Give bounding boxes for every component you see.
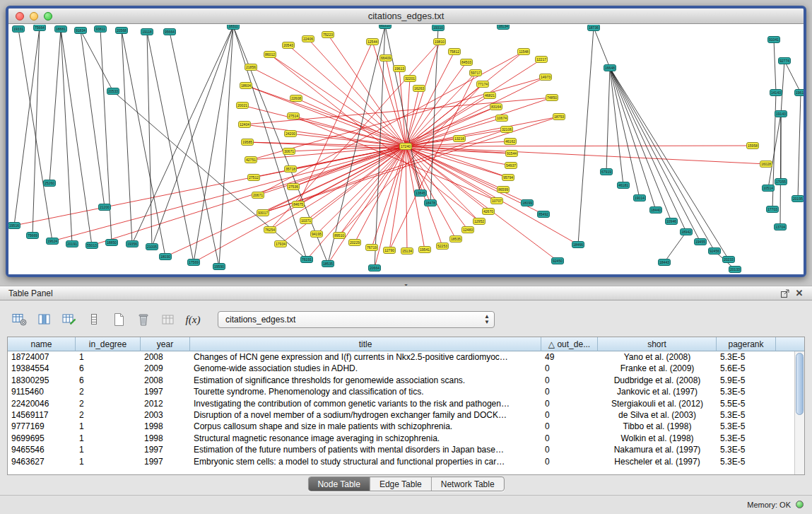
graph-node[interactable]: 19610 (794, 89, 804, 96)
scrollbar-thumb[interactable] (796, 353, 804, 415)
cell-short[interactable]: Tibbo et al. (1998) (598, 421, 717, 432)
table-selector-dropdown[interactable]: citations_edges.txt ▲▼ (218, 311, 495, 328)
cell-in_degree[interactable]: 1 (76, 421, 141, 432)
create-column-icon[interactable] (59, 310, 79, 329)
column-header-pagerank[interactable]: pagerank (717, 337, 776, 351)
cell-name[interactable]: 14569117 (8, 409, 76, 421)
graph-node[interactable]: 19014 (633, 194, 646, 201)
window-titlebar[interactable]: citations_edges.txt (8, 8, 804, 24)
cell-title[interactable]: Disruption of a novel member of a sodium… (190, 409, 541, 421)
graph-node[interactable]: 25260 (43, 180, 56, 187)
graph-node[interactable]: 18099 (521, 199, 534, 206)
cell-name[interactable]: 22420046 (8, 398, 76, 409)
graph-node[interactable]: 10946 (665, 218, 678, 225)
cell-pagerank[interactable]: 5.3E-5 (717, 456, 776, 467)
cell-in_degree[interactable]: 2 (76, 409, 141, 421)
graph-node[interactable]: 17240 (399, 143, 412, 150)
cell-year[interactable]: 1998 (141, 433, 190, 444)
graph-node[interactable]: 13704 (774, 223, 787, 230)
float-panel-icon[interactable] (778, 287, 792, 300)
cell-in_degree[interactable]: 1 (76, 433, 141, 444)
graph-node[interactable]: 93017 (257, 209, 269, 216)
graph-node[interactable]: 76254 (264, 226, 276, 233)
table-mode-icon[interactable] (10, 310, 30, 329)
graph-node[interactable]: 12404 (238, 121, 251, 128)
graph-node[interactable]: 84503 (460, 59, 473, 66)
graph-node[interactable]: 17703 (766, 206, 779, 213)
graph-node[interactable]: 12544 (366, 38, 379, 45)
cell-title[interactable]: Corpus callosum shape and size in male p… (190, 421, 541, 432)
graph-node[interactable]: 20533 (107, 88, 119, 95)
graph-node[interactable]: 32106 (500, 126, 513, 133)
graph-node[interactable]: 21005 (146, 243, 158, 250)
graph-node[interactable]: 17569 (187, 259, 200, 266)
graph-node[interactable]: 91041 (767, 36, 780, 43)
column-header-out_degree[interactable]: △ out_de... (541, 337, 598, 351)
graph-node[interactable]: 27512 (247, 174, 260, 181)
graph-node[interactable]: 19624 (46, 238, 59, 245)
graph-node[interactable]: 74850 (546, 94, 558, 101)
cell-title[interactable]: Structural magnetic resonance image aver… (190, 433, 541, 444)
graph-node[interactable]: 91834 (74, 27, 87, 34)
graph-node[interactable]: 18478 (424, 199, 437, 206)
graph-node[interactable]: 46821 (483, 92, 496, 99)
cell-in_degree[interactable]: 1 (76, 351, 141, 363)
cell-in_degree[interactable]: 6 (76, 375, 141, 386)
cell-short[interactable]: Stergiakouli et al. (2012) (598, 398, 717, 409)
graph-node[interactable]: 17934 (274, 240, 287, 247)
graph-node[interactable]: 19356 (126, 240, 139, 247)
graph-node[interactable]: 89510 (333, 232, 346, 239)
cell-year[interactable]: 1998 (141, 421, 190, 432)
graph-node[interactable]: 20229 (348, 239, 361, 246)
graph-node[interactable]: 18443 (658, 259, 671, 266)
graph-node[interactable]: 30671 (283, 148, 295, 155)
delete-column-icon[interactable] (134, 310, 153, 329)
cell-short[interactable]: Dudbridge et al. (2008) (598, 375, 717, 386)
graph-node[interactable]: 21200 (98, 204, 111, 211)
function-builder-icon[interactable]: f(x) (183, 310, 203, 329)
graph-node[interactable]: 22608 (290, 95, 302, 102)
cell-title[interactable]: Tourette syndrome. Phenomenology and cla… (190, 386, 541, 397)
graph-node[interactable]: 75812 (448, 48, 461, 55)
cell-title[interactable]: Genome-wide association studies in ADHD. (190, 363, 541, 374)
graph-node[interactable]: 12790 (383, 247, 396, 254)
table-row[interactable]: 946362711997Embryonic stem cells: a mode… (8, 456, 804, 467)
graph-node[interactable]: 20195 (792, 195, 804, 202)
graph-node[interactable]: 77174 (476, 81, 489, 88)
cell-out_degree[interactable]: 0 (541, 444, 598, 455)
graph-node[interactable]: 91544 (505, 150, 518, 157)
graph-node[interactable]: 24200 (284, 130, 297, 137)
cell-year[interactable]: 1997 (141, 456, 190, 467)
cell-in_degree[interactable]: 1 (76, 444, 141, 455)
graph-node[interactable]: 46181 (617, 182, 630, 189)
cell-name[interactable]: 19384554 (8, 363, 76, 374)
graph-node[interactable]: 20133 (729, 266, 741, 273)
graph-node[interactable]: 12217 (535, 56, 548, 63)
graph-node[interactable]: 18604 (240, 82, 252, 89)
graph-node[interactable]: 85310 (379, 25, 392, 29)
graph-node[interactable]: 18030 (159, 253, 172, 260)
graph-node[interactable]: 85492 (537, 211, 550, 218)
cell-pagerank[interactable]: 5.9E-5 (717, 375, 776, 386)
panel-splitter[interactable]: ▾ (0, 277, 812, 286)
graph-node[interactable]: 92450 (551, 257, 564, 264)
cell-in_degree[interactable]: 2 (76, 386, 141, 397)
graph-node[interactable]: 17055 (775, 178, 787, 185)
cell-name[interactable]: 9699695 (8, 433, 76, 444)
cell-pagerank[interactable]: 5.3E-5 (717, 421, 776, 432)
cell-out_degree[interactable]: 0 (541, 421, 598, 432)
cell-pagerank[interactable]: 5.3E-5 (717, 351, 776, 363)
tab-edge-table[interactable]: Edge Table (370, 477, 432, 491)
column-header-in_degree[interactable]: in_degree (76, 337, 141, 351)
cell-pagerank[interactable]: 5.3E-5 (717, 409, 776, 421)
tab-network-table[interactable]: Network Table (432, 477, 504, 491)
graph-node[interactable]: 20671 (252, 192, 264, 199)
graph-node[interactable]: 19541 (418, 246, 431, 253)
graph-node[interactable]: 76191 (300, 256, 313, 263)
graph-node[interactable]: 10514 (762, 185, 775, 192)
graph-node[interactable]: 18311 (227, 25, 240, 30)
tab-node-table[interactable]: Node Table (308, 477, 370, 491)
graph-node[interactable]: 18850 (105, 239, 118, 246)
cell-in_degree[interactable]: 2 (76, 398, 141, 409)
graph-node[interactable]: 84675 (292, 201, 305, 208)
